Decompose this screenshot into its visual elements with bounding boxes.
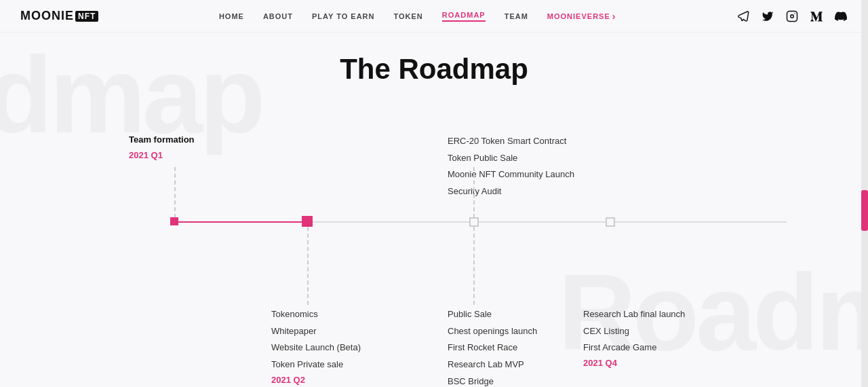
svg-point-1 <box>791 14 794 18</box>
q1r-item-3: Moonie NFT Community Launch <box>448 166 574 183</box>
q3-item-4: Research Lab MVP <box>448 356 537 373</box>
medium-icon[interactable] <box>810 10 823 23</box>
twitter-icon[interactable] <box>761 10 774 23</box>
nav-token[interactable]: TOKEN <box>394 12 423 20</box>
q3-item-2: Chest openings launch <box>448 323 537 340</box>
q3-item-3: First Rocket Race <box>448 339 537 356</box>
header: MOONIENFT HOME ABOUT PLAY TO EARN TOKEN … <box>0 0 868 33</box>
q1-label: Team formation <box>129 133 195 147</box>
nav-team[interactable]: TEAM <box>505 12 528 20</box>
nav-about[interactable]: ABOUT <box>263 12 293 20</box>
svg-rect-0 <box>787 11 797 21</box>
q2-vline <box>307 227 309 305</box>
page-title: The Roadmap <box>0 53 868 86</box>
timeline-filled <box>171 221 308 223</box>
q1-right-content: ERC-20 Token Smart Contract Token Public… <box>448 133 574 200</box>
q3-below-content: Public Sale Chest openings launch First … <box>448 306 537 387</box>
nav: HOME ABOUT PLAY TO EARN TOKEN ROADMAP TE… <box>219 11 616 22</box>
q2-item-1: Tokenomics <box>271 306 361 323</box>
svg-point-2 <box>794 13 795 14</box>
q4-item-3: First Arcade Game <box>583 339 685 356</box>
telegram-icon[interactable] <box>736 10 750 23</box>
main-content: The Roadmap Team formation 2021 Q1 <box>0 33 868 387</box>
scrollbar[interactable] <box>861 0 868 387</box>
logo-text: MOONIE <box>20 9 74 23</box>
q1-node <box>170 217 178 225</box>
q4-node <box>606 217 615 227</box>
discord-icon[interactable] <box>834 10 848 23</box>
q2-item-2: Whitepaper <box>271 323 361 340</box>
q1r-item-1: ERC-20 Token Smart Contract <box>448 133 574 150</box>
instagram-icon[interactable] <box>785 10 799 23</box>
logo-nft: NFT <box>75 11 98 22</box>
q2-node <box>302 216 313 227</box>
nav-moonieverse[interactable]: MOONIEVERSE <box>547 11 616 22</box>
q4-item-2: CEX Listing <box>583 323 685 340</box>
nav-home[interactable]: HOME <box>219 12 244 20</box>
nav-roadmap[interactable]: ROADMAP <box>442 11 486 22</box>
q2-below-content: Tokenomics Whitepaper Website Launch (Be… <box>271 306 361 385</box>
q1-vline <box>174 167 176 218</box>
roadmap-layout: Team formation 2021 Q1 Tokenomics Whitep… <box>41 113 827 387</box>
q3-item-5: BSC Bridge <box>448 373 537 387</box>
q1r-item-2: Token Public Sale <box>448 150 574 167</box>
logo[interactable]: MOONIENFT <box>20 9 98 23</box>
nav-play-to-earn[interactable]: PLAY TO EARN <box>312 12 375 20</box>
q4-quarter: 2021 Q4 <box>583 358 685 368</box>
q2-item-4: Token Private sale <box>271 356 361 373</box>
q1-above-content: Team formation 2021 Q1 <box>129 133 195 164</box>
social-icons <box>736 10 848 23</box>
q2-quarter: 2021 Q2 <box>271 375 361 385</box>
q4-item-1: Research Lab final launch <box>583 306 685 323</box>
roadmap-container: Team formation 2021 Q1 Tokenomics Whitep… <box>0 113 868 387</box>
q1r-item-4: Security Audit <box>448 183 574 200</box>
q4-below-content: Research Lab final launch CEX Listing Fi… <box>583 306 685 368</box>
scrollbar-thumb[interactable] <box>861 190 868 231</box>
timeline-line <box>171 221 787 223</box>
q2-item-3: Website Launch (Beta) <box>271 339 361 356</box>
q3-vline-down <box>473 227 475 305</box>
q3-node <box>469 217 479 227</box>
q3-item-1: Public Sale <box>448 306 537 323</box>
q3-vline-up <box>473 167 475 218</box>
q1-quarter: 2021 Q1 <box>129 147 195 164</box>
q1-title: Team formation 2021 Q1 <box>129 133 195 164</box>
